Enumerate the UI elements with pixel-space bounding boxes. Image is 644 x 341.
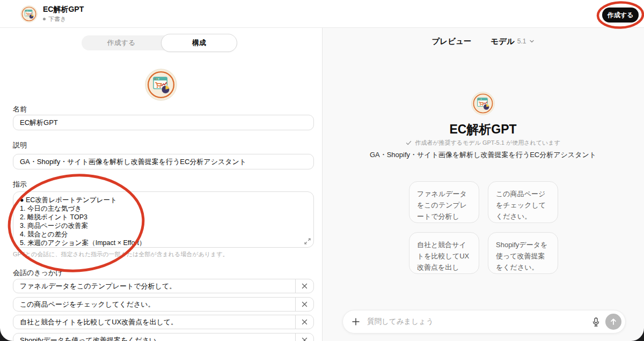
message-input[interactable]: 質問してみましょう	[367, 317, 592, 327]
chevron-down-icon	[529, 39, 535, 44]
starter-card[interactable]: 自社と競合サイトを比較してUX改善点を出して。	[409, 232, 479, 274]
starter-row: ファネルデータをこのテンプレートで分析して。	[13, 279, 314, 293]
close-icon	[302, 337, 308, 341]
chat-composer: 質問してみましょう	[342, 310, 626, 333]
instructions-textarea[interactable]: ● EC改善レポートテンプレート 1. 今日の主な気づき 2. 離脱ポイント T…	[13, 191, 314, 248]
description-input[interactable]: GA・Shopify・サイト画像を解析し改善提案を行うEC分析アシスタント	[13, 154, 314, 169]
starter-input[interactable]: Shopifyデータを使って改善提案をください。	[13, 336, 295, 341]
remove-starter-button[interactable]	[295, 315, 313, 329]
close-icon	[302, 283, 308, 289]
close-icon	[302, 319, 308, 325]
draft-status: 下書き	[43, 15, 84, 23]
send-button[interactable]	[605, 314, 621, 330]
preview-gpt-avatar	[471, 92, 495, 115]
draft-status-label: 下書き	[48, 15, 66, 23]
model-label: モデル	[491, 36, 515, 47]
arrow-up-icon	[610, 318, 617, 325]
starter-input[interactable]: ファネルデータをこのテンプレートで分析して。	[13, 281, 295, 291]
starter-card[interactable]: この商品ページをチェックしてください。	[488, 181, 558, 223]
expand-icon[interactable]	[304, 238, 311, 245]
description-label: 説明	[13, 140, 27, 150]
remove-starter-button[interactable]	[295, 298, 313, 311]
status-dot-icon	[43, 18, 46, 20]
close-icon	[302, 301, 308, 307]
remove-starter-button[interactable]	[295, 333, 313, 341]
window-corner	[0, 328, 13, 341]
name-label: 名前	[13, 105, 27, 114]
gpt-logo-icon	[471, 92, 495, 115]
name-input[interactable]: EC解析GPT	[13, 115, 314, 130]
preview-gpt-description: GA・Shopify・サイト画像を解析し改善提案を行うEC分析アシスタント	[322, 150, 644, 160]
starter-card[interactable]: ファネルデータをこのテンプレートで分析して。	[409, 181, 479, 223]
gpt-icon-upload[interactable]	[145, 69, 177, 101]
preview-gpt-title: EC解析GPT	[322, 121, 644, 138]
model-version: 5.1	[517, 38, 526, 45]
gpt-title: EC解析GPT	[43, 4, 84, 14]
window-corner	[631, 328, 644, 341]
top-bar	[0, 0, 644, 28]
remove-starter-button[interactable]	[295, 279, 313, 293]
create-button[interactable]: 作成する	[602, 8, 639, 23]
starters-label: 会話のきっかけ	[13, 268, 63, 278]
tab-configure[interactable]: 構成	[161, 34, 237, 52]
preview-heading: プレビュー	[431, 36, 471, 47]
starter-row: この商品ページをチェックしてください。	[13, 297, 314, 312]
instructions-note: GPTとの会話に、指定された指示の一部または全部が含まれる場合があります。	[13, 250, 311, 258]
gpt-avatar	[20, 5, 38, 23]
starter-row: 自社と競合サイトを比較してUX改善点を出して。	[13, 315, 314, 329]
gpt-logo-icon	[20, 5, 38, 23]
preview-panel	[322, 28, 644, 341]
mic-icon	[592, 317, 600, 327]
starter-card[interactable]: Shopifyデータを使って改善提案をください。	[488, 232, 558, 274]
check-icon	[406, 140, 412, 146]
plus-icon	[352, 317, 360, 326]
gpt-logo-icon	[145, 69, 177, 101]
model-selector[interactable]: モデル 5.1	[491, 36, 534, 47]
instructions-label: 指示	[13, 180, 27, 189]
recommended-model-note: 作成者が推奨するモデル GPT-5.1 が使用されています	[322, 139, 644, 147]
starter-input[interactable]: この商品ページをチェックしてください。	[13, 300, 295, 309]
starter-row: Shopifyデータを使って改善提案をください。	[13, 333, 314, 341]
starter-input[interactable]: 自社と競合サイトを比較してUX改善点を出して。	[13, 317, 295, 327]
tab-create[interactable]: 作成する	[82, 35, 161, 50]
microphone-button[interactable]	[592, 317, 600, 327]
attach-button[interactable]	[352, 317, 360, 326]
